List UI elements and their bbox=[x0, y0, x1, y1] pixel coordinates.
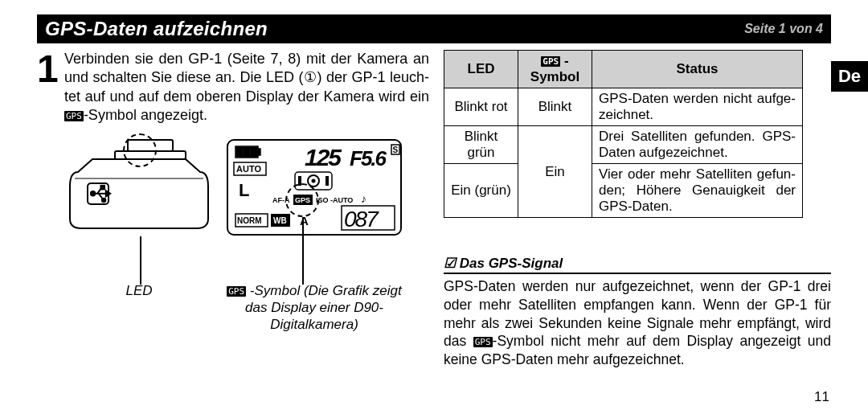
cell-status: Vier oder mehr Satelliten gefun­den; Höh… bbox=[592, 164, 803, 218]
table-row: Ein (grün) Vier oder mehr Satelliten gef… bbox=[444, 164, 803, 218]
svg-text:♪: ♪ bbox=[361, 192, 366, 205]
svg-point-24 bbox=[312, 178, 316, 182]
step-text-before: Verbinden sie den GP-1 (Seite 7, 8) mit … bbox=[64, 51, 429, 105]
note-body: GPS-Daten werden nur aufgezeichnet, wenn… bbox=[444, 277, 831, 369]
note-body-after: -Symbol nicht mehr auf dem Display angez… bbox=[444, 333, 831, 367]
gps-status-table: LED GPS -Symbol Status Blinkt rot Blinkt… bbox=[444, 50, 803, 218]
language-tab: De bbox=[831, 61, 868, 92]
svg-rect-16 bbox=[244, 147, 250, 157]
svg-text:AUTO: AUTO bbox=[236, 164, 261, 174]
step-number: 1 bbox=[37, 50, 64, 125]
header-bar: GPS-Daten aufzeichnen Seite 1 von 4 bbox=[37, 14, 831, 43]
svg-text:L: L bbox=[239, 180, 249, 200]
caption-lcd-text: -Symbol (Die Grafik zeigt das Display ei… bbox=[245, 283, 402, 333]
leader-line bbox=[302, 217, 304, 285]
svg-rect-6 bbox=[101, 185, 105, 189]
th-led: LED bbox=[444, 51, 518, 88]
cell-led: Blinkt grün bbox=[444, 126, 518, 164]
check-icon: ☑ bbox=[444, 256, 456, 271]
svg-rect-14 bbox=[258, 149, 260, 155]
cell-status: Drei Satelliten gefunden. GPS-Daten aufg… bbox=[592, 126, 803, 164]
svg-text:NORM: NORM bbox=[237, 216, 262, 225]
cell-led: Ein (grün) bbox=[444, 164, 518, 218]
th-status: Status bbox=[592, 51, 803, 88]
svg-text:S: S bbox=[393, 146, 399, 154]
svg-rect-17 bbox=[251, 147, 257, 157]
cell-symbol: Blinkt bbox=[518, 88, 592, 126]
right-column: LED GPS -Symbol Status Blinkt rot Blinkt… bbox=[444, 50, 831, 369]
leader-line bbox=[140, 236, 141, 285]
svg-point-8 bbox=[102, 198, 106, 202]
cell-status: GPS-Daten werden nicht aufge­zeichnet. bbox=[592, 88, 803, 126]
page-number: 11 bbox=[814, 389, 829, 405]
caption-led: LED bbox=[63, 282, 215, 334]
table-row: Blinkt grün Ein Drei Satelliten gefunden… bbox=[444, 126, 803, 164]
svg-text:125: 125 bbox=[305, 144, 342, 170]
gps-icon: GPS bbox=[64, 111, 84, 121]
cell-led: Blinkt rot bbox=[444, 88, 518, 126]
th-symbol: GPS -Symbol bbox=[518, 51, 592, 88]
lcd-illustration: 125 F5.6 S bbox=[226, 138, 403, 240]
illustration: 125 F5.6 S bbox=[37, 138, 429, 240]
left-column: 1 Verbinden sie den GP-1 (Seite 7, 8) mi… bbox=[37, 50, 429, 369]
page-indicator: Seite 1 von 4 bbox=[744, 22, 823, 36]
svg-text:ISO -AUTO: ISO -AUTO bbox=[316, 196, 353, 204]
svg-text:WB: WB bbox=[273, 216, 287, 225]
cell-symbol: Ein bbox=[518, 126, 592, 218]
gps-icon: GPS bbox=[473, 337, 493, 347]
svg-rect-26 bbox=[326, 176, 329, 186]
table-row: Blinkt rot Blinkt GPS-Daten werden nicht… bbox=[444, 88, 803, 126]
device-illustration bbox=[63, 138, 215, 240]
svg-text:087: 087 bbox=[344, 207, 379, 232]
gps-icon: GPS bbox=[541, 56, 560, 67]
gps-symbol-callout-circle bbox=[285, 183, 319, 217]
led-callout-circle bbox=[123, 133, 157, 167]
step-text-after: -Symbol angezeigt. bbox=[84, 107, 207, 123]
gps-icon: GPS bbox=[227, 286, 246, 297]
svg-rect-15 bbox=[236, 147, 243, 157]
note-title-text: Das GPS-Signal bbox=[456, 256, 563, 271]
note-box: ☑ Das GPS-Signal GPS-Daten werden nur au… bbox=[444, 255, 831, 369]
svg-text:F5.6: F5.6 bbox=[350, 146, 387, 170]
caption-lcd: GPS -Symbol (Die Grafik zeigt das Displa… bbox=[226, 282, 403, 334]
step-text: Verbinden sie den GP-1 (Seite 7, 8) mit … bbox=[64, 50, 429, 125]
note-title: ☑ Das GPS-Signal bbox=[444, 255, 831, 274]
page-title: GPS-Daten aufzeichnen bbox=[45, 18, 268, 40]
step-1: 1 Verbinden sie den GP-1 (Seite 7, 8) mi… bbox=[37, 50, 429, 125]
